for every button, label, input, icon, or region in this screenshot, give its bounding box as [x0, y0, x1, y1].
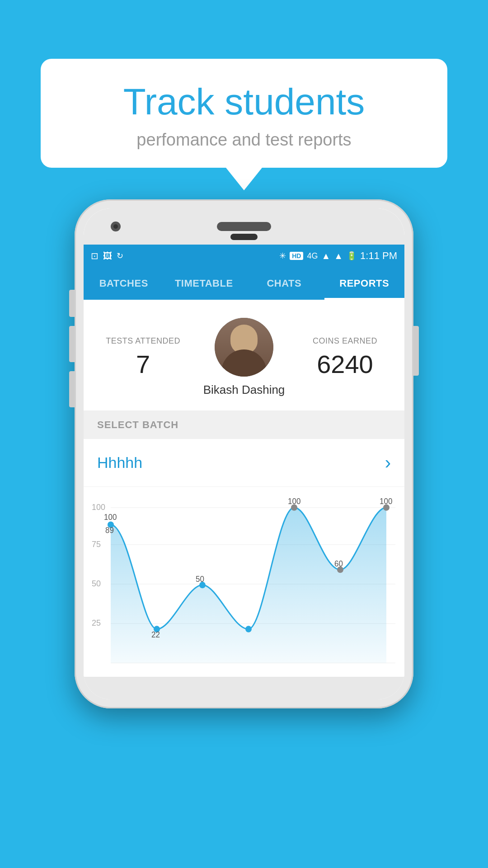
chart-svg: 100 75 50 25 [88, 496, 395, 672]
phone-side-btn-volume-down [69, 371, 75, 407]
tests-attended-block: TESTS ATTENDED 7 [97, 336, 189, 379]
profile-section: TESTS ATTENDED 7 Bikash Dashing COINS EA… [84, 300, 404, 411]
batch-row[interactable]: Hhhhh › [84, 439, 404, 487]
phone-side-btn-volume-silent [69, 290, 75, 317]
status-time: 1:11 PM [360, 250, 397, 262]
notification-icon-1: ⊡ [91, 250, 99, 261]
tab-batches[interactable]: BATCHES [84, 267, 164, 300]
speech-bubble-title: Track students [68, 81, 420, 122]
avatar-section: Bikash Dashing [189, 318, 299, 397]
chevron-right-icon: › [385, 453, 391, 473]
signal-icon-2: ▲ [334, 251, 343, 261]
earpiece [230, 234, 258, 240]
performance-chart: 100 75 50 25 [84, 487, 404, 677]
chart-label-50: 50 [196, 575, 204, 584]
signal-icon-1: ▲ [321, 251, 330, 261]
phone: ⊡ 🖼 ↻ ✳ HD 4G ▲ ▲ 🔋 1:11 PM [75, 199, 413, 708]
tab-chats[interactable]: CHATS [244, 267, 324, 300]
data-point-3 [245, 626, 252, 632]
notification-icon-2: 🖼 [103, 251, 112, 261]
chart-label-100-mid: 100 [288, 497, 300, 506]
phone-side-btn-volume-up [69, 326, 75, 362]
y-label-25: 25 [92, 618, 101, 627]
phone-outer: ⊡ 🖼 ↻ ✳ HD 4G ▲ ▲ 🔋 1:11 PM [75, 199, 413, 708]
phone-bottom-bar [84, 677, 404, 699]
user-avatar [215, 318, 273, 377]
tab-timetable[interactable]: TIMETABLE [164, 267, 244, 300]
tab-reports[interactable]: REPORTS [324, 267, 405, 300]
chart-label-22: 22 [151, 630, 160, 639]
phone-screen: ⊡ 🖼 ↻ ✳ HD 4G ▲ ▲ 🔋 1:11 PM [84, 208, 404, 699]
chart-label-60: 60 [334, 559, 343, 568]
network-label: 4G [307, 251, 318, 261]
chart-label-100-right: 100 [380, 497, 392, 506]
coins-earned-label: COINS EARNED [299, 336, 391, 346]
y-label-50: 50 [92, 579, 101, 588]
battery-icon: 🔋 [347, 251, 357, 261]
screen-content: ⊡ 🖼 ↻ ✳ HD 4G ▲ ▲ 🔋 1:11 PM [84, 245, 404, 677]
select-batch-label: SELECT BATCH [97, 419, 391, 431]
speech-bubble-container: Track students perfomance and test repor… [41, 59, 447, 190]
status-icons-right: ✳ HD 4G ▲ ▲ 🔋 1:11 PM [279, 250, 397, 262]
y-label-100: 100 [92, 502, 105, 512]
speech-bubble-arrow [226, 168, 262, 190]
bluetooth-icon: ✳ [279, 251, 286, 261]
speech-bubble: Track students perfomance and test repor… [41, 59, 447, 168]
coins-earned-value: 6240 [299, 349, 391, 379]
speaker-grille [217, 222, 271, 231]
avatar-face [215, 318, 273, 377]
chart-label-89: 89 [105, 526, 114, 535]
hd-badge: HD [290, 252, 303, 260]
phone-top-bar [84, 208, 404, 245]
user-name: Bikash Dashing [203, 383, 285, 397]
status-icons-left: ⊡ 🖼 ↻ [91, 250, 123, 261]
notification-icon-3: ↻ [117, 251, 123, 261]
tests-attended-label: TESTS ATTENDED [97, 336, 189, 346]
tests-attended-value: 7 [97, 349, 189, 379]
select-batch-header: SELECT BATCH [84, 411, 404, 439]
batch-name: Hhhhh [97, 454, 142, 472]
speech-bubble-subtitle: perfomance and test reports [68, 130, 420, 150]
coins-earned-block: COINS EARNED 6240 [299, 336, 391, 379]
navigation-tabs: BATCHES TIMETABLE CHATS REPORTS [84, 267, 404, 300]
chart-label-100-left: 100 [104, 513, 117, 522]
front-camera-icon [111, 222, 121, 231]
status-bar: ⊡ 🖼 ↻ ✳ HD 4G ▲ ▲ 🔋 1:11 PM [84, 245, 404, 267]
chart-fill [111, 508, 386, 663]
y-label-75: 75 [92, 539, 101, 549]
phone-side-btn-power [413, 326, 419, 376]
